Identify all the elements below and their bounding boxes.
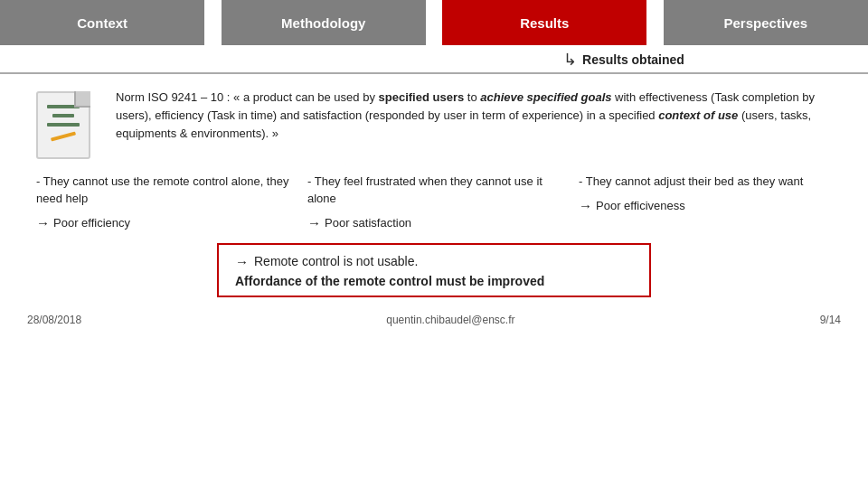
conclusion-line-1: → Remote control is not usable. [235,254,633,269]
nav-results[interactable]: Results [442,0,646,45]
col-3-result-label: Poor efficiveness [596,199,685,212]
norm-bold2: achieve specified goals [480,90,611,104]
norm-bold3: context of use [658,108,738,122]
footer: 28/08/2018 quentin.chibaudel@ensc.fr 9/1… [0,305,868,326]
col-2-result: → Poor satisfaction [307,215,411,230]
document-icon [36,91,90,159]
results-arrow-icon: ↳ [563,50,577,70]
col-3-point: - They cannot adjust their bed as they w… [579,174,803,191]
conclusion-line-2: Affordance of the remote control must be… [235,274,633,288]
conclusion-box: → Remote control is not usable. Affordan… [217,243,651,297]
col-3: - They cannot adjust their bed as they w… [570,174,841,230]
nav-methodology-label: Methodology [281,15,365,31]
norm-bold1: specified users [379,90,465,104]
col-1-result-label: Poor efficiency [53,216,130,230]
footer-page: 9/14 [820,314,841,326]
nav-bar: Context Methodology Results Perspectives [0,0,868,45]
conclusion-arrow: → [235,254,249,269]
doc-pencil [51,131,76,141]
nav-context[interactable]: Context [0,0,204,45]
doc-line-3 [47,123,80,127]
doc-line-2 [52,114,74,117]
doc-line-1 [47,105,80,108]
norm-text: Norm ISO 9241 – 10 : « a product can be … [116,89,841,143]
norm-section: Norm ISO 9241 – 10 : « a product can be … [27,89,841,161]
col-2-result-label: Poor satisfaction [325,216,411,230]
conclusion-text-1: Remote control is not usable. [254,254,418,268]
col-2-arrow: → [307,215,321,230]
nav-results-label: Results [520,15,569,31]
footer-email: quentin.chibaudel@ensc.fr [386,314,514,326]
col-1-arrow: → [36,215,50,230]
col-1-point: - They cannot use the remote control alo… [36,174,289,208]
nav-perspectives-label: Perspectives [724,15,808,31]
col-3-result: → Poor efficiveness [579,198,685,213]
col-2: - They feel frustrated when they cannot … [298,174,570,230]
col-3-arrow: → [579,198,592,213]
col-2-point: - They feel frustrated when they cannot … [307,174,561,208]
results-obtained-row: ↳ Results obtained [0,45,868,72]
three-columns: - They cannot use the remote control alo… [27,174,841,230]
norm-prefix: Norm ISO 9241 – 10 : « a product can be … [116,90,379,104]
nav-perspectives[interactable]: Perspectives [664,0,868,45]
nav-methodology[interactable]: Methodology [222,0,426,45]
norm-icon [27,89,99,161]
results-obtained-label: Results obtained [582,52,684,67]
nav-context-label: Context [77,15,127,31]
main-content: Norm ISO 9241 – 10 : « a product can be … [0,74,868,297]
col-1-result: → Poor efficiency [36,215,130,230]
col-1: - They cannot use the remote control alo… [27,174,298,230]
norm-mid1: to [464,90,480,104]
footer-date: 28/08/2018 [27,314,81,326]
